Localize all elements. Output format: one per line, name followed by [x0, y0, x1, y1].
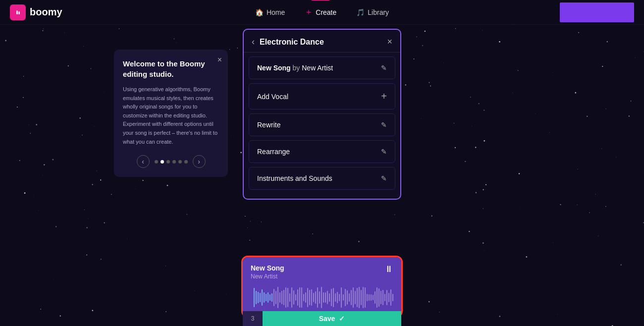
rearrange-label: Rearrange — [257, 148, 290, 156]
step-number: 3 — [243, 311, 263, 326]
edit-song-icon: ✎ — [381, 64, 387, 72]
wave-bar — [301, 287, 302, 308]
wave-bar — [373, 295, 374, 301]
player-pause-button[interactable]: ⏸ — [384, 264, 393, 274]
wave-bar — [345, 289, 346, 307]
wave-bar — [382, 290, 383, 305]
wave-bar — [323, 292, 324, 303]
wave-bar — [293, 290, 294, 305]
wave-bar — [279, 292, 280, 303]
wave-bar — [305, 292, 306, 303]
instruments-label: Instruments and Sounds — [257, 174, 332, 182]
wave-bar — [341, 287, 342, 308]
menu-item-rewrite[interactable]: Rewrite ✎ — [249, 113, 395, 136]
menu-item-instruments[interactable]: Instruments and Sounds ✎ — [249, 167, 395, 190]
wave-bar — [339, 294, 340, 301]
welcome-prev-button[interactable]: ‹ — [137, 155, 150, 168]
wave-bar — [268, 292, 268, 303]
nav-home[interactable]: 🏠 Home — [255, 8, 285, 16]
modal-close-button[interactable]: × — [387, 37, 392, 47]
dot-3 — [166, 160, 170, 163]
wave-bar — [264, 292, 265, 303]
rearrange-icon: ✎ — [381, 148, 387, 156]
welcome-next-button[interactable]: › — [193, 155, 206, 168]
logo-icon — [10, 4, 26, 20]
wave-bar — [287, 288, 288, 307]
wave-bar — [313, 293, 314, 303]
nav-library[interactable]: 🎵 Library — [356, 8, 389, 16]
wave-bar — [311, 289, 312, 305]
wave-bar — [367, 294, 368, 301]
player-panel: ⏸ New Song New Artist — [243, 257, 401, 316]
wave-bar — [325, 292, 326, 303]
modal-header: ‹ Electronic Dance × — [244, 30, 400, 53]
wave-bar — [363, 287, 364, 308]
save-button[interactable]: Save ✓ — [263, 311, 401, 326]
wave-bar — [256, 291, 257, 305]
wave-bar — [273, 289, 274, 306]
wave-bar — [386, 290, 387, 306]
wave-bar — [269, 294, 270, 301]
wave-bar — [355, 291, 356, 304]
save-label: Save — [319, 315, 335, 323]
add-vocal-label: Add Vocal — [257, 93, 288, 101]
wave-bar — [375, 291, 376, 304]
wave-bar — [329, 293, 330, 302]
navbar: boomy 🏠 Home ＋ Create 🎵 Library — [0, 0, 644, 25]
wave-bar — [277, 287, 278, 308]
dot-6 — [184, 160, 188, 163]
wave-bar — [317, 287, 318, 307]
cta-button[interactable] — [560, 2, 634, 22]
wave-bar — [254, 288, 255, 307]
save-check-icon: ✓ — [339, 315, 345, 323]
navbar-center: 🏠 Home ＋ Create 🎵 Library — [255, 7, 389, 17]
wave-bar — [390, 289, 391, 305]
song-artist: New Artist — [302, 64, 333, 72]
wave-bar — [297, 289, 298, 306]
song-name: New Song — [257, 64, 291, 72]
welcome-navigation: ‹ › — [123, 155, 219, 168]
nav-create[interactable]: ＋ Create — [305, 7, 336, 17]
wave-bar — [281, 291, 282, 305]
modal-panel: ‹ Electronic Dance × New Song by New Art… — [243, 29, 401, 200]
wave-bar — [321, 287, 322, 308]
welcome-close-button[interactable]: × — [217, 55, 222, 64]
wave-bar — [331, 289, 332, 307]
logo-text: boomy — [30, 6, 62, 18]
wave-bar — [309, 290, 310, 305]
rewrite-label: Rewrite — [257, 121, 280, 129]
song-by: by — [293, 64, 302, 72]
wave-bar — [327, 291, 328, 304]
wave-bar — [266, 294, 267, 301]
welcome-body: Using generative algorithms, Boomy emula… — [123, 85, 219, 146]
wave-bar — [365, 287, 366, 307]
menu-item-add-vocal[interactable]: Add Vocal + — [249, 83, 395, 109]
wave-bar — [333, 288, 334, 308]
menu-item-song-title[interactable]: New Song by New Artist ✎ — [249, 56, 395, 79]
navbar-right — [560, 2, 634, 22]
create-icon: ＋ — [305, 7, 313, 17]
wave-bar — [378, 288, 379, 307]
wave-bar — [357, 288, 358, 308]
dot-2 — [161, 160, 164, 163]
dot-4 — [172, 160, 176, 163]
modal-title: Electronic Dance — [260, 38, 324, 47]
menu-item-rearrange[interactable]: Rearrange ✎ — [249, 140, 395, 163]
wave-bar — [271, 293, 272, 302]
bottom-bar: 3 Save ✓ — [243, 311, 401, 326]
wave-bar — [262, 289, 263, 306]
modal-back-button[interactable]: ‹ — [252, 37, 255, 47]
welcome-title: Welcome to the Boomy editing studio. — [123, 58, 219, 79]
instruments-icon: ✎ — [381, 174, 387, 182]
logo[interactable]: boomy — [10, 4, 62, 20]
player-content: ⏸ New Song New Artist — [243, 257, 401, 316]
wave-bar — [275, 291, 276, 304]
wave-bar — [351, 290, 352, 305]
wave-bar — [285, 287, 286, 308]
wave-bar — [291, 287, 292, 308]
waveform — [251, 284, 393, 311]
player-artist: New Artist — [251, 273, 393, 280]
dot-5 — [178, 160, 182, 163]
wave-bar — [315, 291, 316, 304]
rewrite-icon: ✎ — [381, 121, 387, 129]
